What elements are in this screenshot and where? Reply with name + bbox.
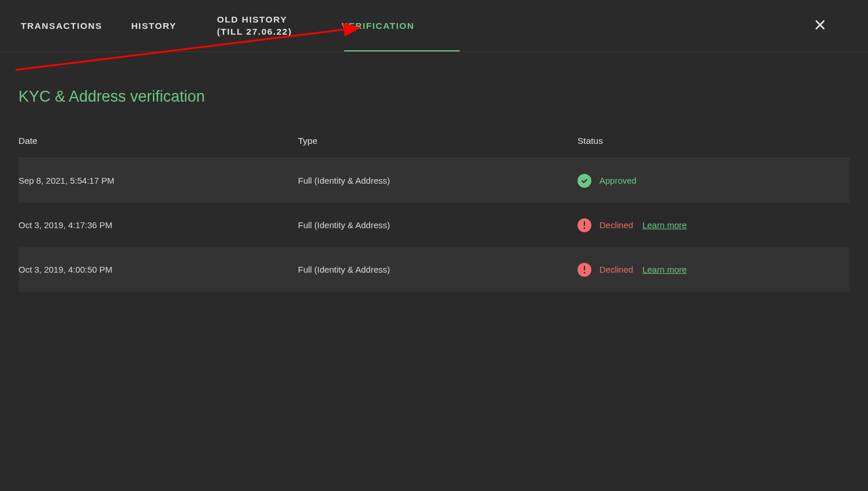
content-area: KYC & Address verification Date Type Sta… — [0, 52, 868, 292]
column-header-date: Date — [18, 136, 298, 146]
tab-label: TRANSACTIONS — [21, 21, 102, 31]
cell-status: Approved — [578, 174, 850, 188]
learn-more-link[interactable]: Learn more — [642, 220, 687, 230]
column-header-type: Type — [298, 136, 578, 146]
cell-type: Full (Identity & Address) — [298, 176, 578, 185]
tab-label-line2: (TILL 27.06.22) — [217, 26, 292, 38]
tab-label-line1: OLD HISTORY — [217, 14, 292, 25]
status-text: Approved — [599, 176, 636, 185]
alert-icon — [578, 218, 591, 232]
tab-label: HISTORY — [131, 21, 177, 31]
cell-date: Oct 3, 2019, 4:17:36 PM — [18, 220, 298, 230]
tab-active-underline — [344, 50, 460, 51]
check-icon — [578, 174, 591, 188]
cell-date: Sep 8, 2021, 5:54:17 PM — [18, 176, 298, 185]
table-row: Oct 3, 2019, 4:17:36 PM Full (Identity &… — [18, 203, 850, 247]
tab-old-history[interactable]: OLD HISTORY (TILL 27.06.22) — [217, 0, 321, 52]
tab-transactions[interactable]: TRANSACTIONS — [21, 0, 131, 52]
svg-rect-6 — [584, 266, 585, 270]
tab-verification[interactable]: VERIFICATION — [313, 0, 444, 52]
svg-point-7 — [584, 271, 586, 273]
table-row: Sep 8, 2021, 5:54:17 PM Full (Identity &… — [18, 158, 850, 203]
cell-type: Full (Identity & Address) — [298, 220, 578, 230]
cell-status: Declined Learn more — [578, 263, 850, 277]
status-text: Declined — [599, 265, 633, 274]
status-text: Declined — [599, 220, 633, 230]
close-icon — [814, 18, 826, 31]
cell-status: Declined Learn more — [578, 218, 850, 232]
close-button[interactable] — [814, 18, 826, 34]
table-row: Oct 3, 2019, 4:00:50 PM Full (Identity &… — [18, 247, 850, 292]
learn-more-link[interactable]: Learn more — [642, 265, 687, 274]
svg-rect-4 — [584, 221, 585, 226]
cell-date: Oct 3, 2019, 4:00:50 PM — [18, 265, 298, 274]
page-title: KYC & Address verification — [18, 88, 850, 106]
tab-history[interactable]: HISTORY — [131, 0, 217, 52]
tab-label: VERIFICATION — [342, 21, 415, 31]
cell-type: Full (Identity & Address) — [298, 265, 578, 274]
table-header: Date Type Status — [18, 136, 850, 158]
tab-bar: TRANSACTIONS HISTORY OLD HISTORY (TILL 2… — [0, 0, 868, 52]
svg-point-5 — [584, 227, 586, 229]
alert-icon — [578, 263, 591, 277]
column-header-status: Status — [578, 136, 850, 146]
tab-label-multiline: OLD HISTORY (TILL 27.06.22) — [217, 14, 292, 37]
